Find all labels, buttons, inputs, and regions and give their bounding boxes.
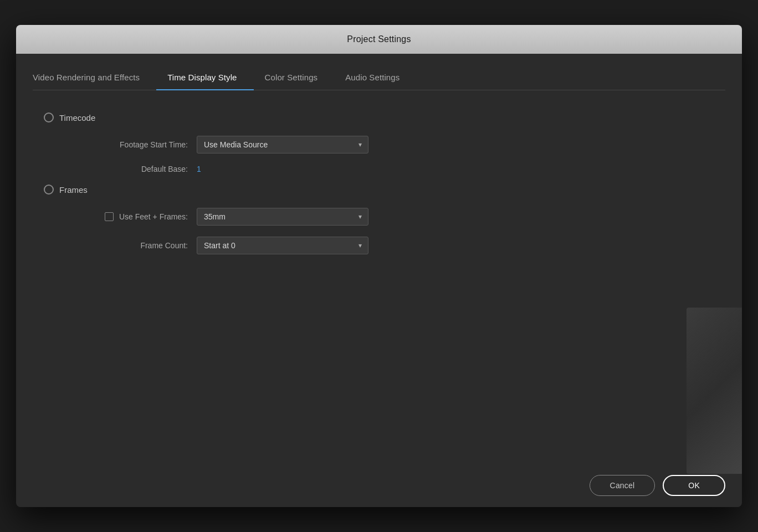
timecode-label-text: Timecode [59,113,95,122]
ok-button[interactable]: OK [663,475,725,496]
dialog-footer: Cancel OK [16,464,742,507]
frames-label-text: Frames [59,185,88,195]
frame-count-wrapper: Start at 0 Start at 1 Timecode Conversio… [197,237,368,254]
frame-count-select[interactable]: Start at 0 Start at 1 Timecode Conversio… [197,237,368,254]
frames-radio[interactable] [44,185,54,195]
content-area: Timecode Footage Start Time: Use Media S… [33,107,725,447]
tab-color[interactable]: Color Settings [254,65,335,90]
footage-start-wrapper: Use Media Source 00:00:00:00 ▾ [197,136,368,154]
timecode-radio[interactable] [44,112,54,122]
timecode-radio-label[interactable]: Timecode [44,112,95,122]
cancel-button[interactable]: Cancel [590,475,655,496]
timecode-row: Timecode [44,112,714,122]
frames-radio-label[interactable]: Frames [44,185,88,195]
tab-video[interactable]: Video Rendering and Effects [33,65,156,90]
use-feet-row: Use Feet + Frames: 35mm 16mm ▾ [77,208,714,226]
footage-start-select[interactable]: Use Media Source 00:00:00:00 [197,136,368,154]
dialog-body: Video Rendering and Effects Time Display… [16,54,742,464]
frames-row: Frames [44,185,714,195]
tab-audio[interactable]: Audio Settings [334,65,416,90]
background-image-decoration [687,308,742,474]
footage-start-label: Footage Start Time: [77,140,188,149]
default-base-label: Default Base: [77,165,188,173]
use-feet-wrapper: 35mm 16mm ▾ [197,208,368,226]
tabs-container: Video Rendering and Effects Time Display… [33,65,725,90]
title-bar: Project Settings [16,25,742,54]
default-base-row: Default Base: 1 [77,165,714,173]
use-feet-select[interactable]: 35mm 16mm [197,208,368,226]
frame-count-label: Frame Count: [77,241,188,250]
use-feet-label-text: Use Feet + Frames: [119,212,188,221]
use-feet-checkbox-label[interactable] [105,212,114,221]
default-base-value[interactable]: 1 [197,165,201,173]
tab-time-display[interactable]: Time Display Style [156,65,253,90]
use-feet-checkbox[interactable] [105,212,114,221]
dialog-title: Project Settings [347,34,411,44]
footage-start-row: Footage Start Time: Use Media Source 00:… [77,136,714,154]
project-settings-dialog: Project Settings Video Rendering and Eff… [16,25,742,507]
frame-count-row: Frame Count: Start at 0 Start at 1 Timec… [77,237,714,254]
use-feet-field-left: Use Feet + Frames: [77,212,188,221]
